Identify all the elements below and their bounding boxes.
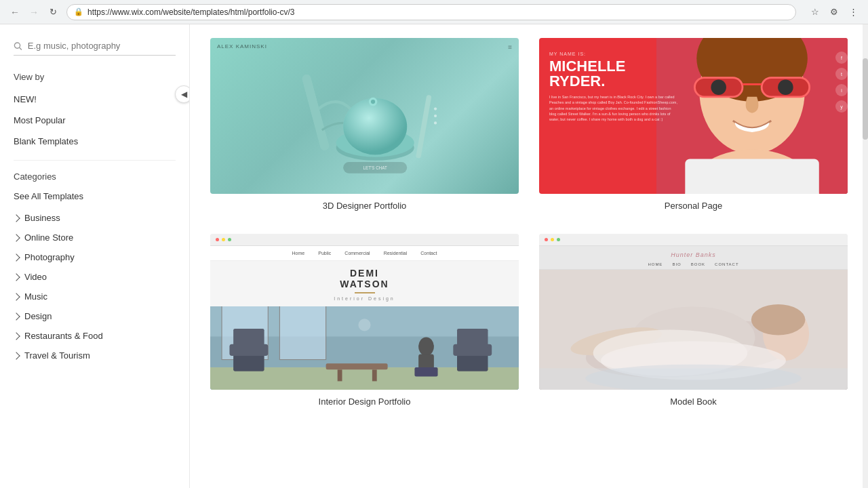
- svg-rect-44: [457, 329, 488, 348]
- svg-rect-55: [539, 368, 848, 390]
- view-by-label: View by: [0, 69, 189, 89]
- sidebar-item-photography[interactable]: Photography: [0, 247, 189, 267]
- mockup-browser-bar: [210, 234, 519, 246]
- sidebar-search-container: [14, 41, 176, 56]
- sidebar-item-design[interactable]: Design: [0, 306, 189, 326]
- svg-rect-36: [326, 363, 388, 369]
- scrollbar-thumb[interactable]: [863, 58, 868, 140]
- search-input[interactable]: [28, 41, 176, 51]
- browser-nav-buttons: ← → ↻: [7, 4, 61, 20]
- sidebar: ◀ View by NEW! Most Popular Blank Templa…: [0, 24, 190, 488]
- svg-rect-5: [301, 74, 330, 151]
- browser-actions: ☆ ⚙ ⋮: [807, 4, 861, 20]
- sidebar-item-music[interactable]: Music: [0, 287, 189, 306]
- template-label-model-book: Model Book: [539, 396, 848, 409]
- extensions-button[interactable]: ⚙: [826, 4, 842, 20]
- mockup-model-brand: Hunter Banks: [547, 251, 840, 258]
- mockup-interior-photo: [210, 306, 519, 390]
- svg-rect-24: [685, 159, 818, 194]
- mockup-model-dot-yellow: [551, 238, 554, 241]
- svg-rect-35: [233, 329, 264, 348]
- svg-rect-6: [416, 95, 432, 159]
- sidebar-item-online-store-label: Online Store: [24, 232, 73, 243]
- mockup-model-nav-home: HOME: [648, 262, 663, 266]
- address-bar[interactable]: 🔒 https://www.wix.com/website/templates/…: [66, 4, 796, 20]
- mockup-dot-red: [216, 238, 219, 241]
- chevron-right-icon: [12, 234, 20, 241]
- mockup-personal-photo: [656, 38, 848, 194]
- lock-icon: 🔒: [74, 7, 83, 16]
- mockup-interior-title: DEMIWATSON Interior Design: [210, 261, 519, 306]
- sidebar-item-business[interactable]: Business: [0, 208, 189, 228]
- mockup-nav-commercial: Commercial: [344, 251, 370, 256]
- chevron-right-icon: [12, 312, 20, 320]
- svg-point-8: [343, 98, 407, 155]
- mockup-model-nav-bio: BIO: [672, 262, 681, 266]
- bookmark-button[interactable]: ☆: [807, 4, 823, 20]
- chevron-right-icon: [12, 253, 20, 261]
- template-card-interior-design[interactable]: Home Public Commercial Residential Conta…: [210, 234, 519, 409]
- sidebar-item-new[interactable]: NEW!: [0, 89, 189, 110]
- sidebar-item-restaurants-food-label: Restaurants & Food: [24, 331, 103, 341]
- menu-button[interactable]: ⋮: [845, 4, 861, 20]
- forward-button[interactable]: →: [26, 4, 42, 20]
- chevron-right-icon: [12, 352, 20, 359]
- sidebar-item-blank-templates[interactable]: Blank Templates: [0, 131, 189, 152]
- mockup-model-dot-red: [545, 238, 548, 241]
- templates-grid: ALEX KAMINSKI ≡: [210, 38, 848, 409]
- sidebar-item-video-label: Video: [24, 272, 47, 282]
- svg-point-21: [711, 79, 726, 95]
- sidebar-item-photography-label: Photography: [24, 252, 75, 262]
- sidebar-item-restaurants-food[interactable]: Restaurants & Food: [0, 326, 189, 346]
- reload-button[interactable]: ↻: [45, 4, 61, 20]
- mockup-model-nav-book: BOOK: [691, 262, 705, 266]
- back-button[interactable]: ←: [7, 4, 23, 20]
- svg-rect-41: [414, 367, 437, 377]
- scrollbar-track: [863, 24, 868, 488]
- svg-text:LET'S CHAT: LET'S CHAT: [363, 165, 387, 170]
- svg-rect-38: [372, 369, 377, 381]
- mockup-twitter-icon: t: [835, 68, 848, 80]
- mockup-nav-contact: Contact: [420, 251, 437, 256]
- svg-point-10: [371, 100, 375, 104]
- svg-point-13: [434, 107, 437, 110]
- mockup-dot-green: [228, 238, 231, 241]
- categories-label: Categories: [0, 169, 189, 187]
- svg-rect-37: [338, 369, 342, 381]
- template-card-3d-designer[interactable]: ALEX KAMINSKI ≡: [210, 38, 519, 214]
- svg-line-1: [20, 47, 22, 49]
- svg-point-50: [751, 304, 806, 336]
- chevron-right-icon: [12, 273, 20, 281]
- sidebar-item-most-popular[interactable]: Most Popular: [0, 110, 189, 131]
- chevron-right-icon: [12, 332, 20, 340]
- mockup-nav-residential: Residential: [384, 251, 408, 256]
- sidebar-see-all-templates[interactable]: See All Templates: [0, 187, 189, 208]
- template-label-personal-page: Personal Page: [539, 201, 848, 214]
- mockup-person-svg: [656, 38, 848, 194]
- template-card-personal-page[interactable]: MY NAME IS: MICHELLERYDER. I live in San…: [539, 38, 848, 214]
- template-card-model-book[interactable]: Hunter Banks HOME BIO BOOK CONTACT: [539, 234, 848, 409]
- sidebar-item-video[interactable]: Video: [0, 267, 189, 287]
- url-text: https://www.wix.com/website/templates/ht…: [87, 7, 294, 17]
- template-thumbnail-personal-page: MY NAME IS: MICHELLERYDER. I live in San…: [539, 38, 848, 194]
- mockup-youtube-icon: y: [835, 100, 848, 113]
- sidebar-item-music-label: Music: [24, 291, 47, 302]
- sidebar-item-business-label: Business: [24, 213, 60, 223]
- mockup-instagram-icon: i: [835, 84, 848, 96]
- svg-point-22: [778, 79, 793, 95]
- template-label-3d-designer: 3D Designer Portfolio: [210, 201, 519, 214]
- mockup-3d-svg: LET'S CHAT: [210, 38, 519, 194]
- mockup-dot-yellow: [222, 238, 225, 241]
- mockup-nav-public: Public: [318, 251, 331, 256]
- sidebar-item-online-store[interactable]: Online Store: [0, 228, 189, 247]
- mockup-my-name-is: MY NAME IS:: [549, 52, 678, 56]
- sidebar-toggle-button[interactable]: ◀: [175, 85, 190, 103]
- mockup-interior-sub: Interior Design: [210, 296, 519, 301]
- template-thumbnail-model-book: Hunter Banks HOME BIO BOOK CONTACT: [539, 234, 848, 390]
- sidebar-item-travel-tourism[interactable]: Travel & Tourism: [0, 346, 189, 365]
- svg-point-15: [434, 121, 437, 124]
- mockup-interior-name: DEMIWATSON: [210, 268, 519, 289]
- sidebar-item-design-label: Design: [24, 311, 52, 321]
- mockup-social-icons: f t i y: [835, 52, 848, 113]
- mockup-nav-home: Home: [292, 251, 305, 256]
